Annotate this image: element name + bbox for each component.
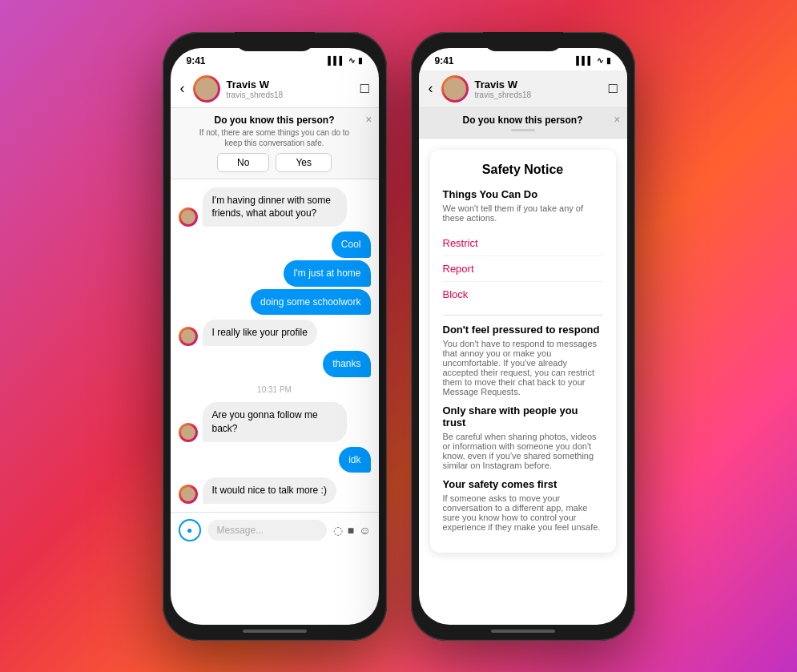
message-row-8: Are you gonna follow me back?	[179, 402, 371, 442]
safety-banner-close-right[interactable]: ×	[614, 113, 620, 126]
status-bar-left: 9:41 ▌▌▌ ∿ ▮	[171, 48, 379, 70]
status-bar-right: 9:41 ▌▌▌ ∿ ▮	[419, 48, 627, 70]
emoji-icon-left[interactable]: ☺	[359, 524, 370, 537]
bubble-1: I'm having dinner with some friends, wha…	[203, 187, 347, 227]
divider-1	[443, 315, 603, 316]
phone-screen-right: 9:41 ▌▌▌ ∿ ▮ ‹ Travis W travis_shreds18 …	[419, 48, 627, 625]
camera-button-left[interactable]: ●	[179, 519, 201, 541]
signal-icon-right: ▌▌▌	[576, 56, 593, 65]
msg-avatar-10	[179, 485, 198, 504]
mic-icon-left[interactable]: ◌	[333, 524, 343, 537]
bubble-4: doing some schoolwork	[251, 289, 370, 316]
trust-text: Be careful when sharing photos, videos o…	[443, 432, 603, 470]
message-row-1: I'm having dinner with some friends, wha…	[179, 187, 371, 227]
trust-title: Only share with people you trust	[443, 404, 603, 429]
header-info-left: Travis W travis_shreds18	[227, 78, 354, 99]
no-button-left[interactable]: No	[217, 153, 269, 172]
message-row-6: thanks	[179, 351, 371, 377]
safety-section: Your safety comes first If someone asks …	[443, 478, 603, 532]
safety-notice-title: Safety Notice	[443, 163, 603, 177]
things-title: Things You Can Do	[443, 188, 603, 200]
video-call-button-left[interactable]: □	[360, 80, 369, 97]
safety-banner-right: × Do you know this person?	[419, 108, 627, 139]
header-info-right: Travis W travis_shreds18	[475, 78, 602, 99]
battery-icon-right: ▮	[606, 56, 611, 65]
things-section: Things You Can Do We won't tell them if …	[443, 188, 603, 307]
yes-button-left[interactable]: Yes	[276, 153, 332, 172]
chat-header-left: ‹ Travis W travis_shreds18 □	[171, 70, 379, 108]
contact-name-right: Travis W	[475, 78, 602, 91]
chat-header-right: ‹ Travis W travis_shreds18 □	[419, 70, 627, 108]
notch-right	[483, 32, 563, 51]
contact-name-left: Travis W	[227, 78, 354, 91]
status-time-left: 9:41	[187, 55, 206, 66]
safety-banner-left: × Do you know this person? If not, there…	[171, 108, 379, 179]
status-icons-right: ▌▌▌ ∿ ▮	[576, 56, 610, 65]
bubble-2: Cool	[332, 231, 371, 258]
avatar-right	[441, 75, 469, 103]
right-phone: 9:41 ▌▌▌ ∿ ▮ ‹ Travis W travis_shreds18 …	[411, 32, 635, 641]
contact-username-left: travis_shreds18	[227, 91, 354, 99]
notch	[235, 32, 315, 51]
signal-icon: ▌▌▌	[328, 56, 344, 65]
input-bar-left: ● Message... ◌ ■ ☺	[171, 512, 379, 548]
wifi-icon: ∿	[348, 56, 355, 65]
home-indicator-right	[491, 630, 555, 633]
gallery-icon-left[interactable]: ■	[348, 524, 354, 537]
pressure-section: Don't feel pressured to respond You don'…	[443, 324, 603, 396]
video-call-button-right[interactable]: □	[609, 80, 618, 97]
message-row-2: Cool I'm just at home doing some schoolw…	[179, 231, 371, 315]
messages-left: I'm having dinner with some friends, wha…	[171, 179, 379, 513]
back-button-left[interactable]: ‹	[180, 80, 185, 97]
input-icons-left: ◌ ■ ☺	[333, 524, 371, 537]
status-time-right: 9:41	[435, 55, 454, 66]
left-phone: 9:41 ▌▌▌ ∿ ▮ ‹ Travis W travis_shreds18 …	[163, 32, 387, 641]
safety-banner-title-left: Do you know this person?	[180, 115, 369, 126]
bubble-6: thanks	[323, 351, 370, 377]
bubble-9: idk	[339, 447, 370, 473]
report-link[interactable]: Report	[443, 256, 603, 282]
status-icons-left: ▌▌▌ ∿ ▮	[328, 56, 362, 65]
block-link[interactable]: Block	[443, 282, 603, 307]
timestamp-1: 10:31 PM	[179, 385, 371, 394]
avatar-left	[193, 75, 220, 103]
safety-text: If someone asks to move your conversatio…	[443, 493, 603, 532]
safety-banner-title-right: Do you know this person?	[429, 115, 618, 126]
safety-title: Your safety comes first	[443, 478, 603, 490]
bubble-10: It would nice to talk more :)	[203, 477, 336, 504]
battery-icon: ▮	[358, 56, 363, 65]
things-sub: We won't tell them if you take any of th…	[443, 203, 603, 223]
pressure-title: Don't feel pressured to respond	[443, 324, 603, 336]
bubble-8: Are you gonna follow me back?	[203, 402, 347, 442]
bubble-3: I'm just at home	[284, 260, 370, 287]
safety-banner-close-left[interactable]: ×	[365, 113, 372, 126]
pressure-text: You don't have to respond to messages th…	[443, 339, 603, 396]
safety-notice: Safety Notice Things You Can Do We won't…	[430, 150, 616, 553]
message-row-5: I really like your profile	[179, 320, 371, 346]
home-indicator-left	[243, 630, 307, 633]
safety-buttons-left: No Yes	[180, 153, 369, 172]
contact-username-right: travis_shreds18	[475, 91, 602, 99]
restrict-link[interactable]: Restrict	[443, 231, 603, 256]
trust-section: Only share with people you trust Be care…	[443, 404, 603, 470]
safety-banner-sub-left: If not, there are some things you can do…	[180, 127, 369, 148]
avatar-face-right	[444, 78, 466, 100]
msg-avatar-1	[179, 207, 198, 227]
phone-screen-left: 9:41 ▌▌▌ ∿ ▮ ‹ Travis W travis_shreds18 …	[171, 48, 379, 625]
sent-stack-1: Cool I'm just at home doing some schoolw…	[251, 231, 370, 315]
avatar-face-left	[195, 78, 218, 100]
msg-avatar-5	[179, 327, 198, 346]
back-button-right[interactable]: ‹	[429, 80, 433, 97]
bubble-5: I really like your profile	[203, 320, 317, 346]
message-row-10: It would nice to talk more :)	[179, 477, 371, 504]
message-row-9: idk	[179, 447, 371, 473]
message-input-left[interactable]: Message...	[207, 520, 327, 541]
wifi-icon-right: ∿	[597, 56, 603, 65]
msg-avatar-8	[179, 423, 198, 442]
